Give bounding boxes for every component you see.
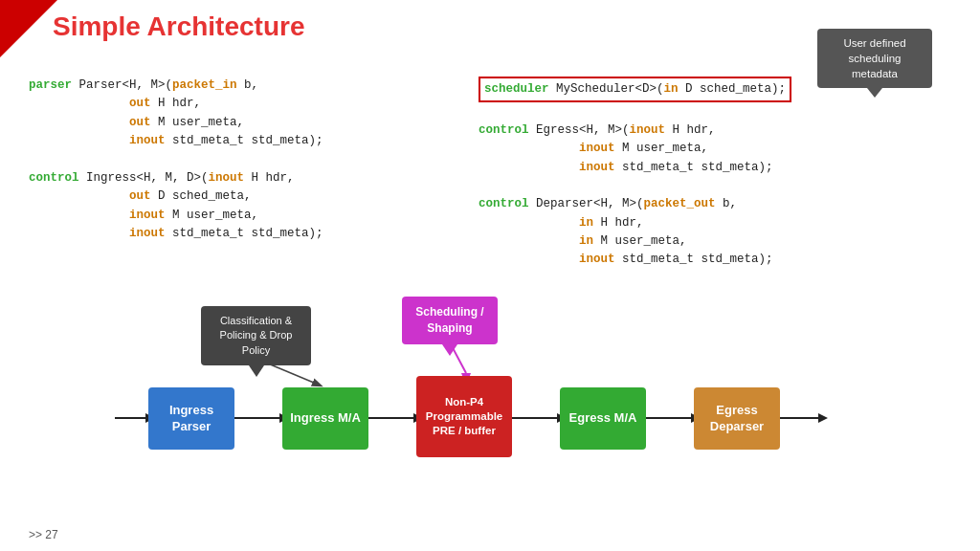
box-egress-ma: Egress M/A xyxy=(560,387,646,450)
code-right: scheduler MyScheduler<D>(in D sched_meta… xyxy=(479,77,976,270)
box-non-p4: Non-P4ProgrammablePRE / buffer xyxy=(416,376,512,457)
scheduling-callout: Scheduling / Shaping xyxy=(402,297,498,344)
page-number: >> 27 xyxy=(29,528,58,541)
corner-decoration xyxy=(0,0,57,57)
box-egress-deparser: EgressDeparser xyxy=(694,387,780,450)
scheduler-highlight: scheduler MyScheduler<D>(in D sched_meta… xyxy=(479,77,791,102)
classification-callout: Classification & Policing & Drop Policy xyxy=(201,306,311,365)
box-ingress-parser: IngressParser xyxy=(148,387,234,450)
box-ingress-ma: Ingress M/A xyxy=(282,387,368,450)
svg-marker-11 xyxy=(818,413,828,423)
code-left: parser Parser<H, M>(packet_in b, out H h… xyxy=(29,77,469,243)
page-title: Simple Architecture xyxy=(53,11,304,42)
pipeline-diagram: Classification & Policing & Drop Policy … xyxy=(0,297,980,507)
